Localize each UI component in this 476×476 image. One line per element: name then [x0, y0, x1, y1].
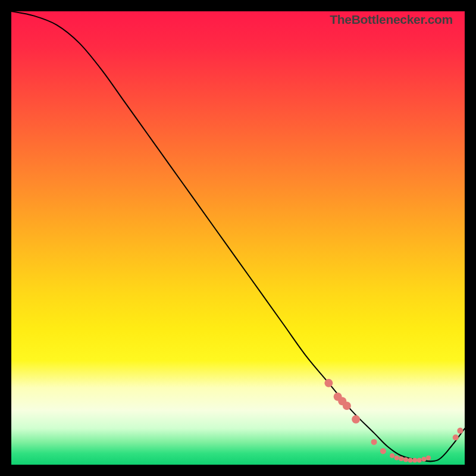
- data-point: [371, 439, 377, 445]
- data-point: [412, 458, 417, 462]
- bottleneck-curve: [11, 11, 465, 461]
- data-point: [394, 456, 399, 461]
- data-markers: [324, 379, 463, 463]
- data-point: [403, 458, 408, 462]
- data-point: [426, 456, 431, 461]
- data-point: [457, 428, 463, 434]
- data-point: [390, 453, 394, 458]
- data-point: [453, 434, 459, 440]
- data-point: [343, 402, 351, 410]
- plot-area: TheBottlenecker.com: [11, 11, 465, 465]
- data-point: [421, 457, 426, 462]
- curve-svg: [11, 11, 465, 465]
- data-point: [380, 448, 386, 454]
- data-point: [417, 458, 422, 462]
- data-point: [408, 458, 413, 462]
- data-point: [352, 415, 360, 424]
- chart-container: TheBottlenecker.com: [0, 0, 476, 476]
- data-point: [399, 456, 403, 461]
- data-point: [324, 379, 333, 387]
